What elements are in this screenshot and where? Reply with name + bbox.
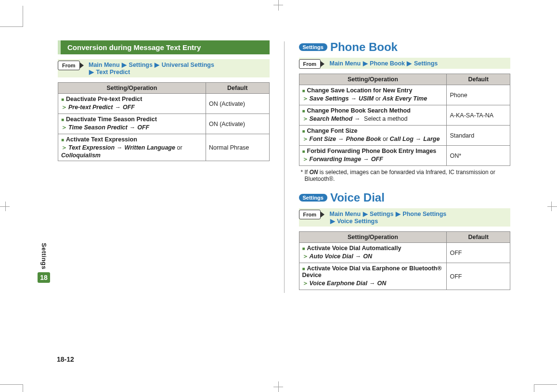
operation-path: ＞Search Method→ Select a method: [302, 115, 444, 123]
from-badge: From: [299, 210, 321, 219]
settings-table: Setting/OperationDefault■Activate Voice …: [299, 231, 511, 290]
chevron-right-icon: ＞: [61, 124, 67, 131]
setting-title: ■Change Save Location for New Entry: [302, 87, 444, 94]
default-value: ON (Activate): [206, 114, 269, 134]
from-row: FromMain Menu ▶ Settings ▶ Phone Setting…: [299, 208, 511, 227]
from-badge: From: [299, 59, 321, 69]
table-row: ■Activate Voice Dial via Earphone or Blu…: [299, 263, 510, 290]
side-tab-number: 18: [38, 272, 50, 283]
settings-pill: Settings: [299, 194, 327, 202]
breadcrumb-item: Voice Settings: [337, 218, 378, 225]
from-badge: From: [58, 61, 80, 70]
operation-path: ＞Pre-text Predict→OFF: [61, 103, 203, 112]
settings-table: Setting/OperationDefault■Change Save Loc…: [299, 74, 511, 166]
breadcrumb-item: Settings: [129, 62, 153, 68]
settings-table: Setting/Operation Default ■Deactivate Pr…: [58, 82, 270, 161]
triangle-right-icon: ▶: [363, 210, 368, 217]
section-title: Phone Book: [330, 40, 398, 53]
page-number: 18-12: [57, 355, 74, 363]
content-columns: Conversion during Message Text Entry Fro…: [58, 38, 510, 293]
operation-path: ＞Auto Voice Dial→ON: [302, 253, 444, 261]
setting-title: ■Change Font Size: [302, 127, 444, 134]
default-value: Normal Phrase: [206, 134, 269, 161]
operation-path: ＞Text Expression→Written Language or Col…: [61, 144, 203, 159]
chevron-right-icon: ＞: [302, 253, 309, 260]
breadcrumb-item: Phone Book: [370, 60, 405, 67]
chevron-right-icon: ＞: [61, 104, 67, 111]
crop-mark: [273, 387, 283, 387]
setting-title: ■Deactivate Pre-text Predict: [61, 96, 203, 102]
left-column: Conversion during Message Text Entry Fro…: [58, 38, 270, 293]
crop-mark: [551, 202, 552, 211]
table-row: ■Forbid Forwarding Phone Book Entry Imag…: [299, 146, 510, 166]
chevron-right-icon: ＞: [302, 136, 309, 142]
triangle-right-icon: ▶: [89, 68, 94, 76]
triangle-right-icon: ▶: [363, 60, 368, 67]
breadcrumb: Main Menu ▶ Phone Book ▶ Settings: [330, 60, 438, 67]
side-tab: Settings 18: [38, 243, 50, 283]
setting-title: ■Activate Text Expression: [61, 136, 203, 143]
crop-mark: [0, 206, 10, 207]
from-row: From Main Menu ▶ Settings ▶ Universal Se…: [58, 59, 270, 77]
col-header-setting: Setting/Operation: [299, 74, 447, 85]
default-value: A-KA-SA-TA-NA: [447, 105, 510, 126]
section-title: Voice Dial: [330, 191, 385, 204]
square-bullet-icon: ■: [302, 266, 305, 271]
breadcrumb-item: Main Menu: [330, 211, 361, 217]
chevron-right-icon: ＞: [302, 156, 309, 163]
col-header-setting: Setting/Operation: [299, 232, 447, 243]
operation-path: ＞Time Season Predict→OFF: [61, 124, 203, 132]
column-divider: [284, 41, 285, 293]
crop-mark: [23, 6, 23, 27]
chevron-right-icon: ＞: [302, 95, 309, 102]
breadcrumb-item: Text Predict: [96, 69, 130, 76]
col-header-default: Default: [447, 232, 510, 243]
triangle-right-icon: ▶: [122, 61, 127, 68]
table-row: ■Change Font Size＞Font Size→Phone Book o…: [299, 126, 510, 146]
crop-mark: [534, 384, 557, 385]
triangle-right-icon: ▶: [407, 60, 412, 67]
breadcrumb-item: Settings: [370, 211, 393, 217]
operation-path: ＞Font Size→Phone Book or Call Log→Large: [302, 135, 444, 143]
chevron-right-icon: ＞: [302, 280, 309, 287]
triangle-right-icon: ▶: [330, 217, 335, 225]
square-bullet-icon: ■: [302, 108, 305, 114]
col-header-default: Default: [447, 74, 510, 85]
table-row: ■Change Save Location for New Entry＞Save…: [299, 85, 510, 105]
square-bullet-icon: ■: [302, 128, 305, 134]
default-value: ON (Activate): [206, 94, 269, 114]
right-column: SettingsPhone BookFromMain Menu ▶ Phone …: [299, 38, 511, 293]
breadcrumb-item: Main Menu: [330, 60, 361, 67]
setting-title: ■Deactivate Time Season Predict: [61, 116, 203, 123]
crop-mark: [534, 385, 534, 392]
section-title: Conversion during Message Text Entry: [58, 40, 270, 54]
breadcrumb: Main Menu ▶ Settings ▶ Universal Setting…: [89, 62, 214, 76]
section-heading: SettingsPhone Book: [299, 40, 511, 54]
chevron-right-icon: ＞: [61, 144, 67, 151]
operation-path: ＞Save Settings→USIM or Ask Every Time: [302, 95, 444, 103]
crop-mark: [273, 5, 283, 5]
crop-mark: [547, 206, 557, 207]
footnote: * If ON is selected, images can be forwa…: [300, 169, 510, 182]
table-row: ■Change Phone Book Search Method＞Search …: [299, 105, 510, 126]
col-header-default: Default: [206, 83, 269, 94]
default-value: OFF: [447, 243, 510, 263]
triangle-right-icon: ▶: [396, 210, 401, 217]
table-row: ■Deactivate Pre-text Predict＞Pre-text Pr…: [58, 94, 270, 114]
crop-mark: [23, 385, 23, 392]
square-bullet-icon: ■: [302, 246, 305, 251]
breadcrumb-item: Main Menu: [89, 62, 120, 68]
from-row: FromMain Menu ▶ Phone Book ▶ Settings: [299, 58, 511, 69]
settings-pill: Settings: [299, 43, 327, 51]
document-page: Settings 18 18-12 Conversion during Mess…: [0, 0, 557, 392]
side-tab-label: Settings: [40, 243, 48, 269]
square-bullet-icon: ■: [61, 97, 64, 102]
square-bullet-icon: ■: [302, 149, 305, 154]
col-header-setting: Setting/Operation: [58, 83, 206, 94]
setting-title: ■Change Phone Book Search Method: [302, 107, 444, 114]
operation-path: ＞Voice Earphone Dial→ON: [302, 279, 444, 288]
setting-title: ■Forbid Forwarding Phone Book Entry Imag…: [302, 148, 444, 154]
table-row: ■Deactivate Time Season Predict＞Time Sea…: [58, 114, 270, 134]
breadcrumb-item: Universal Settings: [162, 62, 214, 68]
chevron-right-icon: ＞: [302, 115, 309, 122]
